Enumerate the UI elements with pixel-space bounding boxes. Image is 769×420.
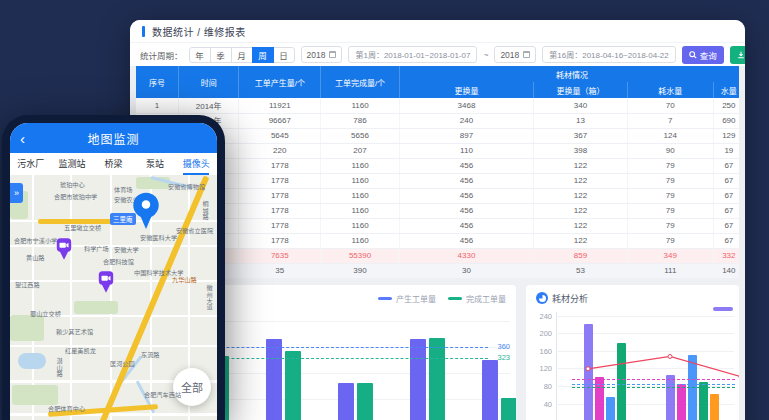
table-cell: 4330 [399, 248, 533, 263]
map-place-label: 黄山路 [26, 252, 45, 262]
table-cell: 79 [627, 203, 713, 218]
table-cell: 456 [399, 218, 533, 233]
map-place-label: 匡河公园 [110, 358, 135, 368]
export-excel-button[interactable]: 导出Excel [730, 46, 745, 64]
table-cell: 79 [627, 218, 713, 233]
query-button[interactable]: 查询 [682, 46, 724, 64]
table-row: 42017年2202071103989019 [136, 143, 739, 158]
all-filter-button[interactable]: 全部 [173, 368, 211, 406]
period-option-年[interactable]: 年 [189, 47, 211, 63]
complete-bar[interactable] [285, 351, 301, 420]
table-cell: 79 [627, 158, 713, 173]
table-row: 72020年177811604561227967 [136, 188, 739, 203]
period-segmented-control: 年季月周日 [189, 47, 295, 63]
table-cell: 67 [713, 188, 739, 203]
table-cell: 398 [534, 143, 628, 158]
map-place-label: 安徽大学 [114, 244, 139, 254]
map-park [12, 385, 58, 405]
map-road [10, 413, 217, 416]
sub-column-header: 更换量 [399, 82, 533, 98]
table-cell: 456 [399, 173, 533, 188]
selected-marker-pin[interactable] [130, 191, 162, 235]
table-cell: 240 [399, 113, 533, 128]
table-cell: 122 [534, 188, 628, 203]
table-cell: 5656 [321, 128, 400, 143]
produce-bar[interactable] [410, 339, 426, 420]
map-place-label: 五里墩立交桥 [64, 222, 101, 232]
week-range-start[interactable]: 第1周：2018-01-01~2018-01-07 [348, 46, 477, 63]
map-expand-button[interactable]: » [10, 183, 23, 203]
table-cell: 90 [627, 143, 713, 158]
legend-item[interactable]: 完成工单量 [448, 293, 506, 304]
map-lake [18, 353, 46, 369]
sub-column-header: 更换量（箱） [534, 82, 628, 98]
table-cell: 456 [399, 158, 533, 173]
header-row: 序号时间工单产生量/个工单完成量/个耗材情况 [136, 66, 739, 82]
sub-column-header: 耗水量 [627, 82, 713, 98]
legend-dash [378, 297, 392, 300]
complete-bar[interactable] [429, 338, 445, 420]
back-icon[interactable]: ‹ [20, 131, 25, 146]
complete-bar[interactable] [357, 383, 373, 420]
period-option-日[interactable]: 日 [273, 47, 295, 63]
period-option-季[interactable]: 季 [210, 47, 232, 63]
group-header: 耗材情况 [399, 66, 739, 82]
table-cell: 456 [399, 233, 533, 248]
filter-bar: 统计周期： 年季月周日 2018 第1周：2018-01-01~2018-01-… [130, 42, 745, 66]
camera-marker-pin[interactable] [55, 237, 73, 265]
table-cell: 1778 [239, 158, 321, 173]
phone-tab-泵站[interactable]: 泵站 [134, 153, 175, 175]
table-cell: 7 [627, 113, 713, 128]
map-place-label: 九华山路 [172, 274, 197, 284]
calendar-icon [523, 51, 530, 58]
year-start-select[interactable]: 2018 [301, 46, 343, 63]
table-cell: 3468 [399, 98, 533, 113]
phone-tab-摄像头[interactable]: 摄像头 [176, 153, 217, 175]
table-cell: 250 [713, 98, 739, 113]
table-row: 92022年177811604561227967 [136, 218, 739, 233]
table-cell: 1778 [239, 203, 321, 218]
table-cell: 456 [399, 188, 533, 203]
year-end-select[interactable]: 2018 [494, 46, 536, 63]
table-cell: 67 [713, 158, 739, 173]
map-road [32, 175, 34, 420]
table-cell: 122 [534, 173, 628, 188]
period-option-月[interactable]: 月 [231, 47, 253, 63]
map-road [70, 175, 72, 420]
legend-item[interactable]: 产生工单量 [378, 293, 436, 304]
phone-screen: ‹ 地图监测 污水厂监测站桥梁泵站摄像头 [10, 123, 217, 420]
phone-tab-桥梁[interactable]: 桥梁 [93, 153, 134, 175]
legend-label: 产生工单量 [396, 293, 436, 304]
table-row: 22015年96667786240137690 [136, 113, 739, 128]
produce-bar[interactable] [266, 339, 282, 420]
phone-app-header: ‹ 地图监测 [10, 123, 217, 153]
table-row: 102023年177811604561227967 [136, 233, 739, 248]
phone-tab-bar: 污水厂监测站桥梁泵站摄像头 [10, 153, 217, 175]
avg-row: 平均值353903053111140 [136, 263, 739, 278]
phone-tab-监测站[interactable]: 监测站 [51, 153, 92, 175]
week-range-end[interactable]: 第16周：2018-04-16~2018-04-22 [542, 46, 675, 63]
table-cell: 122 [534, 233, 628, 248]
map-view[interactable]: 三里庵 » 全部 琥珀中心合肥市琥珀中学体育场安徽农业大学安徽省博物馆桐城路五里… [10, 175, 217, 420]
table-cell: 1160 [321, 218, 400, 233]
report-table-wrap: 序号时间工单产生量/个工单完成量/个耗材情况更换量更换量（箱）耗水量水量1201… [136, 66, 739, 279]
produce-bar[interactable] [482, 360, 498, 420]
period-option-周[interactable]: 周 [252, 47, 274, 63]
table-cell: 1778 [239, 188, 321, 203]
table-cell: 390 [321, 263, 400, 278]
table-cell: 96667 [239, 113, 321, 128]
table-cell: 124 [627, 128, 713, 143]
produce-bar[interactable] [338, 383, 354, 420]
table-cell: 5645 [239, 128, 321, 143]
phone-tab-污水厂[interactable]: 污水厂 [10, 153, 51, 175]
camera-marker-pin[interactable] [97, 270, 115, 298]
map-place-label: 望江西路 [15, 279, 40, 289]
table-cell: 67 [713, 203, 739, 218]
table-cell: 7635 [239, 248, 321, 263]
table-cell: 1160 [321, 173, 400, 188]
complete-bar[interactable] [501, 398, 516, 420]
map-place-label: 合肥市宁溪小学 [14, 235, 57, 245]
map-place-label: 琥珀中心 [60, 179, 85, 189]
search-icon [689, 51, 697, 59]
table-cell: 53 [534, 263, 628, 278]
